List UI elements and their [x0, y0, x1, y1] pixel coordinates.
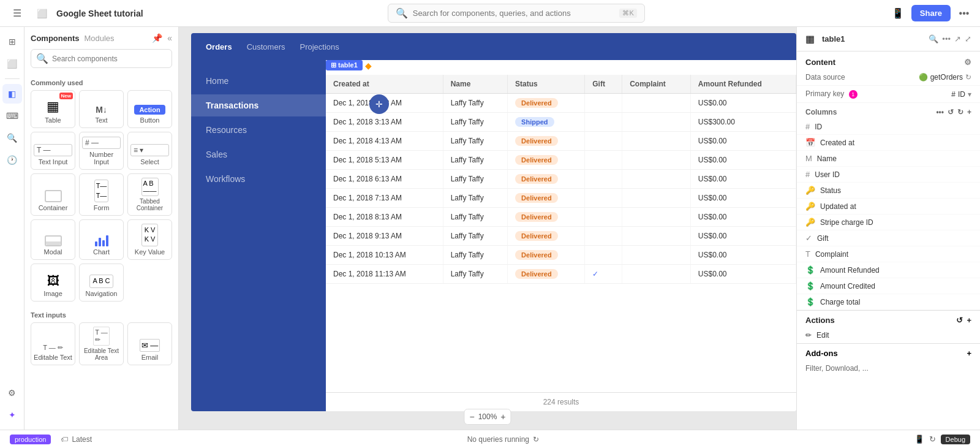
- pages-icon[interactable]: ⬜: [2, 54, 22, 74]
- bottom-icon-2[interactable]: ↻: [929, 435, 936, 444]
- table-row[interactable]: Dec 1, 2018 11:13 AMLaffy TaffyDelivered…: [326, 265, 796, 284]
- rp-actions-undo-icon[interactable]: ↺: [956, 316, 963, 325]
- share-button[interactable]: Share: [911, 5, 951, 21]
- nav-tab-orders[interactable]: Orders: [206, 40, 232, 54]
- rp-col-refresh-icon[interactable]: ↻: [957, 108, 963, 116]
- component-navigation[interactable]: A B C Navigation: [79, 264, 124, 302]
- sidebar-item-transactions[interactable]: Transactions: [191, 94, 326, 116]
- zoom-out-button[interactable]: −: [469, 412, 474, 422]
- rp-col-updated-at: 🔑 Updated at: [797, 199, 980, 215]
- bottom-right: 📱 ↻ Debug: [914, 435, 970, 444]
- rp-content-settings-icon[interactable]: ⚙: [964, 58, 971, 67]
- sidebar-item-home[interactable]: Home: [191, 70, 326, 92]
- component-image[interactable]: 🖼 Image: [31, 264, 75, 302]
- bottom-icon-1[interactable]: 📱: [914, 435, 924, 444]
- settings-icon[interactable]: ⚙: [2, 383, 22, 403]
- component-tabbed-container[interactable]: A B—— Tabbed Container: [127, 173, 172, 216]
- rp-edit-action[interactable]: ✏ Edit: [797, 327, 980, 343]
- pin-icon[interactable]: 📌: [152, 33, 162, 43]
- rp-col-add-icon[interactable]: +: [967, 108, 971, 116]
- rp-pk-chevron[interactable]: ▾: [968, 90, 971, 99]
- text-inputs-grid: T — ✏ Editable Text T —✏ Editable Text A…: [31, 322, 172, 365]
- component-select[interactable]: ≡ ▾ Select: [127, 132, 172, 170]
- rp-expand-icon[interactable]: ⤢: [965, 34, 971, 44]
- rp-search-icon[interactable]: 🔍: [929, 34, 938, 44]
- component-email[interactable]: ✉ — Email: [127, 322, 172, 365]
- rp-refresh-icon[interactable]: ↻: [965, 73, 971, 82]
- global-search-input[interactable]: [413, 9, 615, 18]
- move-handle[interactable]: ✛: [369, 94, 389, 114]
- nav-tab-customers[interactable]: Customers: [247, 40, 285, 54]
- right-panel: ▦ table1 🔍 ••• ↗ ⤢ Content ⚙ Data source…: [796, 27, 980, 430]
- rp-header: ▦ table1 🔍 ••• ↗ ⤢: [797, 27, 980, 51]
- component-text-input[interactable]: T — Text Input: [31, 132, 75, 170]
- component-chart[interactable]: Chart: [79, 219, 124, 260]
- bottom-status: No queries running ↻: [467, 435, 539, 444]
- rp-green-dot: 🟢: [919, 73, 928, 82]
- debug-button[interactable]: Debug: [941, 435, 970, 444]
- table-row[interactable]: Dec 1, 2018 6:13 AMLaffy TaffyDeliveredU…: [326, 170, 796, 189]
- bottom-bar: production 🏷 Latest No queries running ↻…: [0, 430, 980, 448]
- table-row[interactable]: Dec 1, 2018 7:13 AMLaffy TaffyDeliveredU…: [326, 189, 796, 208]
- rp-link-icon[interactable]: ↗: [954, 34, 961, 44]
- sidebar-item-resources[interactable]: Resources: [191, 119, 326, 141]
- zoom-in-button[interactable]: +: [500, 412, 505, 422]
- table-row[interactable]: Dec 1, 2018 3:13 AMLaffy TaffyShippedUS$…: [326, 113, 796, 132]
- global-search-box[interactable]: 🔍 ⌘K: [388, 4, 645, 23]
- rp-addons-add-icon[interactable]: +: [967, 349, 971, 358]
- component-search-box[interactable]: 🔍: [31, 49, 172, 68]
- rp-col-more-icon[interactable]: •••: [936, 108, 944, 116]
- search-sidebar-icon[interactable]: 🔍: [2, 128, 22, 148]
- star-icon[interactable]: ✦: [2, 405, 22, 425]
- table-row[interactable]: Dec 1, 2018 9:13 AMLaffy TaffyDeliveredU…: [326, 227, 796, 246]
- key-value-label: Key Value: [135, 248, 165, 256]
- hamburger-icon[interactable]: ☰: [7, 4, 27, 23]
- components-icon[interactable]: ◧: [2, 84, 22, 104]
- table-row[interactable]: Dec 1, 2018 8:13 AMLaffy TaffyDeliveredU…: [326, 208, 796, 227]
- tab-modules[interactable]: Modules: [84, 34, 114, 43]
- component-key-value[interactable]: K VK V Key Value: [127, 219, 172, 260]
- rp-data-source-value[interactable]: 🟢 getOrders ↻: [919, 73, 971, 82]
- rp-more-icon[interactable]: •••: [942, 34, 951, 44]
- history-icon[interactable]: 🕐: [2, 150, 22, 170]
- table-row[interactable]: Dec 1, 2018 2:13 AMLaffy TaffyDeliveredU…: [326, 94, 796, 113]
- preview-icon[interactable]: 📱: [889, 5, 907, 22]
- component-container[interactable]: Container: [31, 173, 75, 216]
- refresh-status-icon[interactable]: ↻: [533, 435, 539, 444]
- more-options-icon[interactable]: •••: [956, 5, 973, 22]
- grid-icon[interactable]: ⊞: [2, 32, 22, 51]
- component-button[interactable]: Action Button: [127, 90, 172, 128]
- table-row[interactable]: Dec 1, 2018 4:13 AMLaffy TaffyDeliveredU…: [326, 132, 796, 151]
- form-icon: T—T—: [94, 180, 109, 202]
- component-editable-textarea[interactable]: T —✏ Editable Text Area: [79, 322, 124, 365]
- warning-icon[interactable]: ◆: [365, 61, 372, 70]
- nav-tab-projections[interactable]: Projections: [300, 40, 339, 54]
- collapse-icon[interactable]: «: [167, 33, 172, 43]
- tab-components[interactable]: Components: [31, 34, 79, 43]
- component-editable-text[interactable]: T — ✏ Editable Text: [31, 322, 75, 365]
- table-row[interactable]: Dec 1, 2018 10:13 AMLaffy TaffyDelivered…: [326, 246, 796, 265]
- table-badge[interactable]: ⊞ table1: [326, 60, 363, 70]
- table-row[interactable]: Dec 1, 2018 5:13 AMLaffy TaffyDeliveredU…: [326, 151, 796, 170]
- component-text[interactable]: M↓ Text: [79, 90, 124, 128]
- component-form[interactable]: T—T— Form: [79, 173, 124, 216]
- component-table[interactable]: New ▦ Table: [31, 90, 75, 128]
- rp-primary-key-value[interactable]: # ID ▾: [951, 90, 971, 99]
- env-badge[interactable]: production: [10, 435, 51, 444]
- rp-col-complaint-label: Complaint: [815, 250, 848, 259]
- search-icon: 🔍: [396, 7, 408, 19]
- sidebar-item-sales[interactable]: Sales: [191, 143, 326, 165]
- hash-col-icon: #: [805, 122, 810, 131]
- stripe-col-icon: 🔑: [805, 218, 815, 227]
- component-number-input[interactable]: # — Number Input: [79, 132, 124, 170]
- app-main: ⊞ table1 ◆ Created at Name Status Gift: [326, 60, 796, 411]
- rp-actions-add-icon[interactable]: +: [967, 316, 971, 325]
- rp-col-undo-icon[interactable]: ↺: [948, 108, 954, 116]
- complaint-col-icon: T: [805, 249, 810, 259]
- component-modal[interactable]: Modal: [31, 219, 75, 260]
- page-icon[interactable]: ⬜: [32, 4, 51, 23]
- rp-columns-actions: ••• ↺ ↻ +: [936, 108, 971, 116]
- query-icon[interactable]: ⌨: [2, 106, 22, 126]
- component-search-input[interactable]: [52, 55, 167, 63]
- sidebar-item-workflows[interactable]: Workflows: [191, 168, 326, 190]
